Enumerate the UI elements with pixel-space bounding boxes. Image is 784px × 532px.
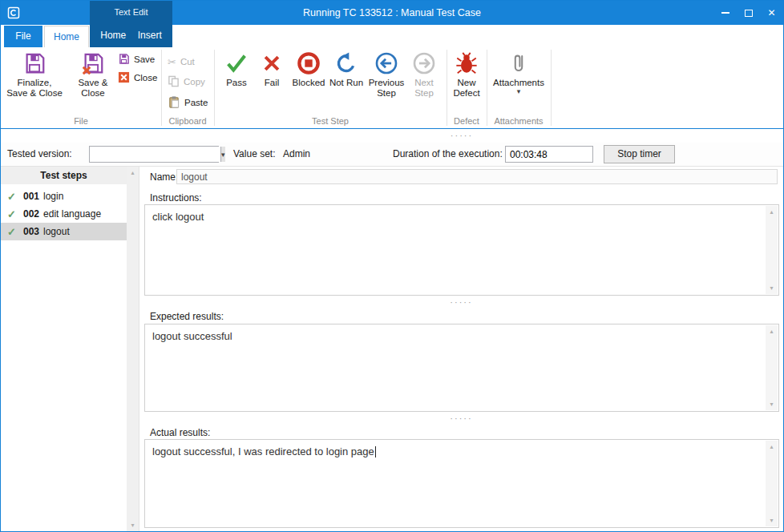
stop-timer-button[interactable]: Stop timer xyxy=(604,145,675,163)
copy-icon xyxy=(168,75,180,89)
test-step-row[interactable]: ✓ 001 login xyxy=(1,187,127,205)
next-step-button: Next Step xyxy=(406,49,442,116)
previous-step-button[interactable]: Previous Step xyxy=(366,49,406,116)
button-label: Next Step xyxy=(406,78,442,99)
name-input[interactable] xyxy=(176,169,778,184)
duration-input[interactable] xyxy=(505,146,593,163)
button-label: Fail xyxy=(256,78,288,88)
group-label-defect: Defect xyxy=(447,116,487,127)
actual-results-label: Actual results: xyxy=(150,427,210,438)
expected-results-label: Expected results: xyxy=(150,311,224,322)
paste-button[interactable]: Paste xyxy=(168,95,208,111)
group-separator xyxy=(214,50,215,126)
test-step-row[interactable]: ✓ 002 edit language xyxy=(1,205,127,223)
button-label: Previous Step xyxy=(366,78,406,99)
vertical-scrollbar[interactable]: ▴ ▾ xyxy=(766,206,778,294)
close-button[interactable]: Close xyxy=(118,70,157,86)
tab-textedit-home[interactable]: Home xyxy=(97,26,129,44)
instructions-label: Instructions: xyxy=(150,192,202,204)
scroll-down-arrow[interactable]: ▾ xyxy=(766,398,778,410)
fail-button[interactable]: Fail xyxy=(256,49,288,116)
contextual-group-title: Text Edit xyxy=(90,1,172,23)
maximize-button[interactable] xyxy=(737,1,760,25)
cut-button: ✂ Cut xyxy=(168,54,195,70)
scroll-down-arrow[interactable]: ▾ xyxy=(766,282,778,294)
previous-step-arrow-icon xyxy=(366,49,406,78)
not-run-undo-icon xyxy=(328,49,365,78)
new-defect-button[interactable]: New Defect xyxy=(448,49,485,116)
tested-version-combobox[interactable]: ▾ xyxy=(89,146,219,163)
group-label-test-step: Test Step xyxy=(214,116,447,127)
passed-check-icon: ✓ xyxy=(7,226,18,238)
expected-splitter-handle[interactable]: ····· xyxy=(139,413,783,424)
duration-label: Duration of the execution: xyxy=(393,143,503,165)
minimize-button[interactable] xyxy=(713,1,737,25)
instructions-splitter-handle[interactable]: ····· xyxy=(139,297,783,308)
blocked-button[interactable]: Blocked xyxy=(289,49,328,116)
value-set-label: Value set: xyxy=(233,143,275,165)
window-controls: ✕ xyxy=(713,1,783,25)
tab-file[interactable]: File xyxy=(4,26,42,47)
blocked-stop-icon xyxy=(289,49,328,78)
attachments-button[interactable]: Attachments ▾ xyxy=(490,49,548,116)
group-separator xyxy=(551,50,552,126)
pass-button[interactable]: Pass xyxy=(219,49,254,116)
tab-textedit-insert[interactable]: Insert xyxy=(135,26,165,44)
step-label: edit language xyxy=(43,208,101,220)
fail-x-icon xyxy=(256,49,288,78)
group-separator xyxy=(447,50,447,126)
step-label: logout xyxy=(43,226,70,237)
actual-results-text: logout successful, I was redirected to l… xyxy=(152,445,374,457)
step-label: login xyxy=(43,191,63,202)
button-label: Close xyxy=(134,73,157,83)
finalize-save-close-button[interactable]: Finalize, Save & Close xyxy=(6,49,63,116)
test-step-row-selected[interactable]: ✓ 003 logout xyxy=(1,223,127,240)
ribbon-splitter-handle[interactable]: ····· xyxy=(139,131,784,141)
bug-icon xyxy=(448,49,485,78)
instructions-textarea[interactable]: click logout ▴ ▾ xyxy=(144,204,779,296)
button-label: Paste xyxy=(184,98,208,107)
tab-home[interactable]: Home xyxy=(44,26,89,48)
button-label: Not Run xyxy=(328,78,365,88)
attachments-dropdown-icon[interactable]: ▾ xyxy=(490,88,548,95)
not-run-button[interactable]: Not Run xyxy=(328,49,365,116)
expected-results-textarea[interactable]: logout successful ▴ ▾ xyxy=(144,324,779,412)
vertical-scrollbar[interactable]: ▴ ▾ xyxy=(766,325,778,410)
app-window: Running TC 133512 : Manual Test Case ✕ T… xyxy=(0,0,784,532)
test-steps-header: Test steps xyxy=(1,167,127,184)
actual-results-textarea[interactable]: logout successful, I was redirected to l… xyxy=(144,439,779,528)
step-number: 003 xyxy=(23,226,39,237)
scroll-up-arrow[interactable]: ▴ xyxy=(766,325,778,337)
cut-icon: ✂ xyxy=(168,56,176,68)
group-separator xyxy=(487,50,487,126)
next-step-arrow-icon xyxy=(406,49,442,78)
button-label: Save & Close xyxy=(70,78,116,99)
step-number: 002 xyxy=(23,208,39,220)
vertical-scrollbar[interactable]: ▴ ▾ xyxy=(766,441,778,526)
ribbon: Finalize, Save & Close Save & Close xyxy=(1,47,783,129)
save-icon xyxy=(118,53,130,66)
paperclip-icon xyxy=(490,49,548,78)
scroll-up-arrow[interactable]: ▴ xyxy=(127,167,139,179)
save-finalize-icon xyxy=(6,49,63,78)
steps-vertical-scrollbar[interactable]: ▴ ▾ xyxy=(127,167,139,531)
close-window-button[interactable]: ✕ xyxy=(760,1,783,25)
tested-version-input[interactable] xyxy=(90,147,220,162)
save-button[interactable]: Save xyxy=(118,51,155,67)
contextual-tab-group: Text Edit Home Insert xyxy=(90,1,172,47)
minimize-icon xyxy=(721,12,729,14)
maximize-icon xyxy=(745,10,753,17)
scroll-up-arrow[interactable]: ▴ xyxy=(766,441,778,453)
tested-version-label: Tested version: xyxy=(7,143,72,165)
chevron-down-icon: ▾ xyxy=(221,151,225,159)
scroll-down-arrow[interactable]: ▾ xyxy=(127,519,139,531)
step-number: 001 xyxy=(23,191,39,202)
pass-check-icon xyxy=(219,49,254,78)
passed-check-icon: ✓ xyxy=(7,191,18,203)
combo-dropdown-button[interactable]: ▾ xyxy=(220,147,225,162)
save-close-icon xyxy=(70,49,116,78)
instructions-text: click logout xyxy=(152,211,204,223)
scroll-down-arrow[interactable]: ▾ xyxy=(766,514,778,526)
save-and-close-button[interactable]: Save & Close xyxy=(70,49,116,116)
scroll-up-arrow[interactable]: ▴ xyxy=(766,206,778,218)
